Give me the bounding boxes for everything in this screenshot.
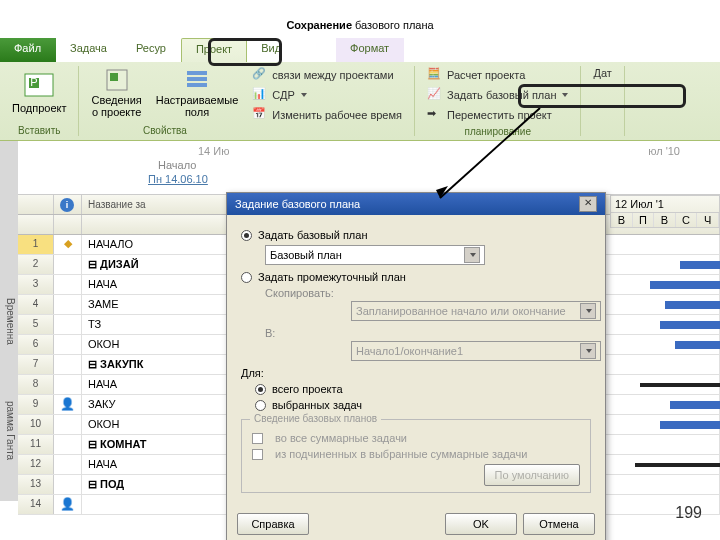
indicator-cell: ◆ [54,235,82,254]
move-project-button[interactable]: ➡Переместить проект [423,106,556,124]
indicator-cell [54,295,82,314]
annotation-box-baseline [518,84,686,108]
indicator-cell [54,435,82,454]
radio-for-all[interactable]: всего проекта [255,383,591,395]
radio-set-baseline[interactable]: Задать базовый план [241,229,591,241]
project-info-button[interactable]: Сведения о проекте [87,66,145,120]
indicator-cell [54,315,82,334]
calc-icon: 🧮 [427,67,443,83]
row-number[interactable]: 12 [18,455,54,474]
help-button[interactable]: Справка [237,513,309,535]
tab-format[interactable]: Формат [336,38,404,62]
indicator-cell [54,275,82,294]
check-all-summary: во все суммарные задачи [252,432,580,444]
row-number[interactable]: 1 [18,235,54,254]
links-icon: 🔗 [252,67,268,83]
rollup-fieldset: Сведение базовых планов во все суммарные… [241,419,591,493]
indicator-cell: 👤 [54,495,82,514]
checkbox-icon [252,449,263,460]
svg-rect-5 [187,71,207,75]
custom-fields-button[interactable]: Настраиваемые поля [152,66,243,120]
to-combo: Начало1/окончание1 [351,341,601,361]
dialog-titlebar[interactable]: Задание базового плана ✕ [227,193,605,215]
gantt-bars [612,255,720,475]
for-label: Для: [241,367,591,379]
row-number[interactable]: 8 [18,375,54,394]
indicator-cell [54,255,82,274]
row-number[interactable]: 11 [18,435,54,454]
gantt-vbar: рамма Ганта [0,361,18,501]
date-label: Дат [589,66,615,80]
indicator-cell [54,375,82,394]
timeline: 14 Ию Начало Пн 14.06.10 юл '10 [18,141,720,195]
row-number[interactable]: 6 [18,335,54,354]
radio-icon [255,400,266,411]
calculate-button[interactable]: 🧮Расчет проекта [423,66,529,84]
slide-number: 199 [675,504,702,522]
copy-combo: Запланированное начало или окончание [351,301,601,321]
move-icon: ➡ [427,107,443,123]
radio-set-interim[interactable]: Задать промежуточный план [241,271,591,283]
baseline-icon: 📈 [427,87,443,103]
ribbon-tabs: Файл Задача Ресур Проект Вид Формат [0,38,720,62]
svg-rect-4 [110,73,118,81]
svg-rect-6 [187,77,207,81]
radio-for-selected[interactable]: выбранных задач [255,399,591,411]
subproject-icon: P [23,68,55,100]
indicator-cell [54,455,82,474]
radio-icon [241,230,252,241]
defaults-button: По умолчанию [484,464,580,486]
project-links-button[interactable]: 🔗связи между проектами [248,66,397,84]
row-number[interactable]: 10 [18,415,54,434]
ok-button[interactable]: OK [445,513,517,535]
row-number[interactable]: 13 [18,475,54,494]
row-number[interactable]: 3 [18,275,54,294]
row-number[interactable]: 4 [18,295,54,314]
checkbox-icon [252,433,263,444]
check-from-sub: из подчиненных в выбранные суммарные зад… [252,448,580,460]
calendar-icon: 📅 [252,107,268,123]
to-label: В: [265,327,345,339]
tab-task[interactable]: Задача [56,38,122,62]
baseline-combo[interactable]: Базовый план [265,245,485,265]
indicator-cell [54,415,82,434]
tab-resource[interactable]: Ресур [122,38,181,62]
close-button[interactable]: ✕ [579,196,597,212]
slide-title: Сохранение базового плана [0,0,720,38]
radio-icon [255,384,266,395]
gantt-header: 12 Июл '1 ВПВСЧ [610,195,720,228]
wbs-icon: 📊 [252,87,268,103]
indicator-cell [54,335,82,354]
chevron-down-icon [301,93,307,97]
tab-file[interactable]: Файл [0,38,56,62]
group-insert-label: Вставить [18,125,60,136]
row-number[interactable]: 14 [18,495,54,514]
fields-icon [185,68,209,92]
indicator-cell [54,475,82,494]
wbs-button[interactable]: 📊СДР [248,86,311,104]
subproject-button[interactable]: P Подпроект [8,66,70,116]
info-icon: i [60,198,74,212]
baseline-dialog: Задание базового плана ✕ Задать базовый … [226,192,606,540]
svg-rect-7 [187,83,207,87]
copy-label: Скопировать: [265,287,345,299]
row-number[interactable]: 7 [18,355,54,374]
svg-text:P: P [31,76,38,88]
row-number[interactable]: 5 [18,315,54,334]
group-plan-label: планирование [465,126,531,137]
radio-icon [241,272,252,283]
row-number[interactable]: 2 [18,255,54,274]
indicator-cell: 👤 [54,395,82,414]
chevron-down-icon [464,247,480,263]
indicator-cell [54,355,82,374]
row-number[interactable]: 9 [18,395,54,414]
change-worktime-button[interactable]: 📅Изменить рабочее время [248,106,406,124]
group-props-label: Свойства [143,125,187,136]
cancel-button[interactable]: Отмена [523,513,595,535]
info-icon [105,68,129,92]
annotation-box-tab [208,38,282,66]
ribbon: Файл Задача Ресур Проект Вид Формат P По… [0,38,720,141]
